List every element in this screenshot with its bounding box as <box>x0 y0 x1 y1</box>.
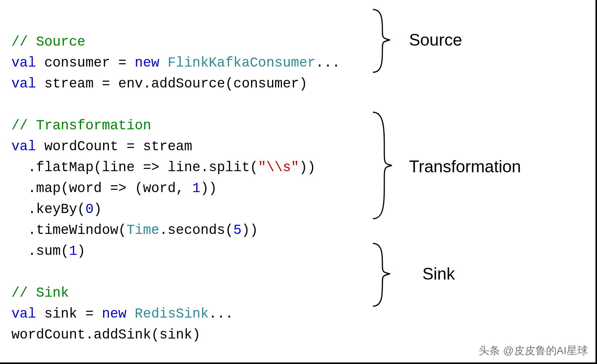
code-text: ) <box>77 243 86 259</box>
comment-source: // Source <box>11 34 85 50</box>
code-text: sink = <box>36 306 102 322</box>
code-text: )) <box>299 160 315 175</box>
num-literal: 1 <box>192 181 201 196</box>
code-text: ) <box>94 202 102 217</box>
kw-val: val <box>11 76 36 92</box>
label-transformation: Transformation <box>409 157 521 176</box>
code-text: )) <box>201 181 217 196</box>
watermark-text: 头条 @皮皮鲁的AI星球 <box>479 343 588 358</box>
code-text: ... <box>315 55 340 71</box>
string-literal: "\\s" <box>258 160 299 175</box>
kw-val: val <box>11 55 36 71</box>
code-text: .map(word => (word, <box>11 181 192 196</box>
num-literal: 5 <box>233 223 242 238</box>
brace-transformation-icon <box>373 112 392 219</box>
brace-source-icon <box>373 10 390 72</box>
type-flinkkafka: FlinkKafkaConsumer <box>159 55 315 71</box>
code-block: // Source val consumer = new FlinkKafkaC… <box>11 11 340 345</box>
type-time: Time <box>126 223 159 238</box>
kw-new: new <box>135 55 159 71</box>
label-sink: Sink <box>422 264 455 283</box>
code-text: .sum( <box>11 243 69 259</box>
comment-sink: // Sink <box>11 285 69 301</box>
comment-transformation: // Transformation <box>11 118 151 134</box>
label-source: Source <box>409 30 462 49</box>
code-text: .flatMap(line => line.split( <box>11 160 258 175</box>
kw-val: val <box>11 306 36 322</box>
code-text: consumer = <box>36 55 135 71</box>
code-text: wordCount = stream <box>36 139 192 154</box>
code-text: stream = env.addSource(consumer) <box>36 76 307 92</box>
kw-new: new <box>102 306 127 322</box>
code-text: .timeWindow( <box>11 223 126 238</box>
brace-sink-icon <box>373 243 390 306</box>
num-literal: 1 <box>69 243 77 259</box>
code-text: .seconds( <box>159 223 233 238</box>
code-text: .keyBy( <box>11 202 85 217</box>
kw-val: val <box>11 139 36 154</box>
num-literal: 0 <box>85 202 94 217</box>
code-text: )) <box>242 223 258 238</box>
type-redissink: RedisSink <box>126 306 209 322</box>
code-text: wordCount.addSink(sink) <box>11 327 201 343</box>
code-text: ... <box>209 306 234 322</box>
